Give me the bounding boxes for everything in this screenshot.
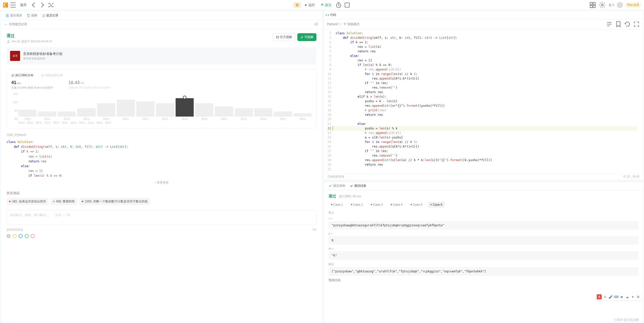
promo-image: 京东: [10, 51, 20, 61]
color-swatch[interactable]: [13, 234, 17, 238]
ime-mic-icon[interactable]: 🎤: [608, 295, 613, 299]
next-problem-icon[interactable]: [39, 2, 46, 9]
code-editor[interactable]: 1234567891011121314151617181920212223242…: [324, 29, 643, 173]
ime-gear-icon[interactable]: ⚙: [636, 295, 640, 299]
left-content: 通过 tom-张 提交于 2024.03.28 04:12 官方题解 写题解 京…: [1, 29, 322, 322]
settings-icon[interactable]: [599, 2, 606, 9]
challenge-chip[interactable]: 2283. 判断一个数的数字计数是否等于数位的值: [79, 198, 150, 205]
tags-placeholder[interactable]: 选择相关标签: [7, 228, 23, 232]
case-tab[interactable]: Case 4: [388, 202, 405, 208]
challenge-chip[interactable]: 282. 给表达式添加运算符: [7, 198, 49, 205]
ime-tool-icon[interactable]: ✦: [630, 295, 635, 299]
chart-bar[interactable]: [195, 103, 213, 117]
color-swatch[interactable]: [31, 234, 35, 238]
problem-list-icon[interactable]: [10, 2, 17, 9]
app-header: 题库 运行 提交 0 Plus 会员: [0, 0, 644, 10]
avatar[interactable]: [617, 2, 623, 8]
output-value[interactable]: ["pzozyokaw","gbktuazog","urskfifck","fp…: [329, 267, 638, 276]
tab-description[interactable]: 题目描述: [4, 12, 24, 19]
tab-solution[interactable]: 题解: [25, 12, 39, 19]
username[interactable]: tom-张: [12, 40, 20, 43]
back-label[interactable]: 全部提交记录: [9, 22, 27, 26]
cursor-position: 行 22，列 35: [623, 175, 639, 178]
svg-rect-5: [593, 2, 595, 5]
chart-bar[interactable]: [38, 112, 56, 117]
ime-toolbar[interactable]: S A 🎤 ⌨ ☻ ☁ ✦ ⚙: [596, 293, 641, 300]
chart-bar[interactable]: [58, 112, 76, 117]
color-swatch[interactable]: [7, 234, 11, 238]
shuffle-icon[interactable]: [47, 2, 54, 9]
notes-icon[interactable]: [344, 2, 351, 9]
color-swatch[interactable]: [25, 234, 29, 238]
plus-badge[interactable]: Plus 会员: [625, 2, 641, 8]
ime-cloud-icon[interactable]: ☁: [625, 295, 629, 299]
challenge-chip[interactable]: 566. 重塑矩阵: [51, 198, 77, 205]
k-value[interactable]: 9: [329, 236, 638, 245]
ime-letter-icon[interactable]: A: [603, 295, 607, 299]
code-tab-label[interactable]: 代码: [330, 13, 336, 17]
chart-bar[interactable]: [215, 106, 233, 117]
watermark: CSDN @心软且酷: [614, 318, 639, 322]
prev-problem-icon[interactable]: [30, 2, 37, 9]
smart-mode[interactable]: 智能模式: [343, 22, 359, 26]
debug-button[interactable]: [293, 2, 301, 8]
expand-code[interactable]: ↓ 查看更多: [7, 178, 316, 187]
layout-icon[interactable]: [589, 2, 596, 9]
timer-icon[interactable]: [335, 2, 342, 9]
chart-bar[interactable]: [235, 108, 253, 117]
streak-counter[interactable]: 0: [608, 3, 614, 7]
format-icon[interactable]: [606, 21, 613, 28]
back-arrow-icon[interactable]: ←: [5, 23, 8, 26]
s-value[interactable]: "pzozyokawgbktuazogurskfifckfptsjubqmrcp…: [329, 221, 638, 230]
color-swatch[interactable]: [19, 234, 23, 238]
chart-legend: 24ms26ms30ms32ms34ms36ms38ms40ms42ms44ms…: [18, 121, 312, 124]
run-button[interactable]: 运行: [302, 2, 317, 8]
notes-input[interactable]: 添加备注，例如「暴力解法」、「方法一」等: [7, 210, 316, 225]
case-tab[interactable]: Case 3: [368, 202, 385, 208]
logo-icon[interactable]: [3, 3, 8, 8]
promo-subtitle: 多快好省备战秋招: [23, 57, 62, 60]
results-pane: 测试用例 测试结果 通过 执行用时: 40 ms Case 1Case 2Cas…: [324, 182, 643, 322]
tab-test-results[interactable]: 测试结果: [348, 183, 368, 189]
tab-test-cases[interactable]: 测试用例: [327, 183, 347, 189]
submit-button[interactable]: 提交: [318, 2, 334, 8]
problem-list-label[interactable]: 题库: [18, 2, 29, 8]
memory-value: 16.43: [68, 80, 80, 85]
memory-tab[interactable]: 消耗内存分布: [41, 73, 63, 78]
chart-bar[interactable]: [156, 103, 174, 117]
stats-card: 执行用时分布 消耗内存分布 41ms 击败 33.04% 使用 Python3 …: [7, 69, 316, 128]
ime-emoji-icon[interactable]: ☻: [619, 295, 624, 299]
autosave-status: 已保存至本地: [328, 175, 344, 178]
chart-bar[interactable]: [294, 113, 312, 117]
case-tab[interactable]: Case 2: [348, 202, 365, 208]
chart-bar[interactable]: [97, 103, 115, 117]
case-tab[interactable]: Case 6: [428, 202, 445, 208]
chart-bar[interactable]: [136, 101, 154, 117]
chart-bar[interactable]: [117, 100, 135, 117]
ime-keyboard-icon[interactable]: ⌨: [614, 295, 618, 299]
case-tab[interactable]: Case 5: [408, 202, 425, 208]
reset-icon[interactable]: [624, 21, 631, 28]
runtime-tab[interactable]: 执行用时分布: [11, 73, 33, 78]
chart-bar[interactable]: [18, 110, 36, 117]
fill-label: fill =: [329, 247, 638, 250]
chart-bar[interactable]: [77, 108, 95, 117]
bookmark-icon[interactable]: [615, 21, 622, 28]
runtime-value: 41: [11, 80, 16, 85]
official-solution-button[interactable]: 官方题解: [273, 33, 295, 41]
chart-bar[interactable]: [254, 108, 272, 117]
case-tab[interactable]: Case 1: [329, 202, 345, 208]
chart-bar[interactable]: [274, 112, 292, 117]
challenge-list: 282. 给表达式添加运算符566. 重塑矩阵2283. 判断一个数的数字计数是…: [7, 198, 316, 205]
expected-label[interactable]: 预期结果: [329, 278, 638, 282]
tab-submissions[interactable]: 提交记录: [40, 12, 60, 19]
promo-card[interactable]: 京东 京东秋招多快好省备考计划 多快好省备战秋招 ›: [7, 47, 316, 64]
main-split: 题目描述 题解 提交记录 ← 全部提交记录 通过 tom-张 提交于 2024.…: [0, 10, 644, 323]
runtime-desc: 击败 33.04% 使用 Python3 的用户: [11, 86, 53, 90]
chart-bar[interactable]: [176, 98, 194, 117]
share-icon[interactable]: [314, 22, 318, 27]
fill-value[interactable]: "k": [329, 251, 638, 260]
language-selector[interactable]: Python3: [327, 22, 341, 26]
write-solution-button[interactable]: 写题解: [297, 33, 316, 41]
fullscreen-icon[interactable]: [633, 21, 640, 28]
